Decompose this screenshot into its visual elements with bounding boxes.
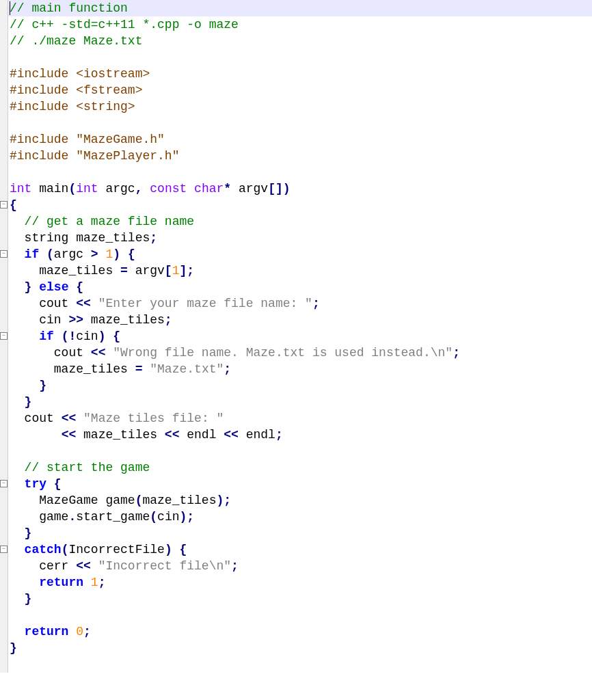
- code-editor[interactable]: // main function// c++ -std=c++11 *.cpp …: [8, 0, 592, 673]
- token-ident: [39, 247, 46, 261]
- code-line[interactable]: << maze_tiles << endl << endl;: [8, 427, 592, 443]
- token-keyword: catch: [25, 543, 62, 556]
- token-op: ): [98, 329, 106, 343]
- token-ident: [10, 461, 25, 474]
- code-line[interactable]: cout << "Maze tiles file: ": [8, 410, 592, 427]
- token-ident: cout: [10, 346, 91, 360]
- code-line[interactable]: }: [8, 394, 592, 410]
- code-line[interactable]: [8, 49, 592, 66]
- token-keyword: return: [25, 625, 69, 638]
- token-op: {: [113, 329, 120, 343]
- code-line[interactable]: }: [8, 525, 592, 541]
- code-line[interactable]: [8, 656, 592, 673]
- code-line[interactable]: return 0;: [8, 623, 592, 640]
- token-ident: [76, 412, 83, 425]
- fold-toggle-icon[interactable]: −: [0, 201, 8, 208]
- code-line[interactable]: [8, 164, 592, 180]
- code-line[interactable]: #include <string>: [8, 98, 592, 115]
- token-ident: cin: [157, 510, 179, 524]
- code-line[interactable]: maze_tiles = "Maze.txt";: [8, 361, 592, 377]
- token-ident: cout: [10, 412, 62, 425]
- code-line[interactable]: catch(IncorrectFile) {: [8, 541, 592, 558]
- code-line[interactable]: #include "MazeGame.h": [8, 131, 592, 148]
- code-line[interactable]: string maze_tiles;: [8, 230, 592, 246]
- token-preproc: #include <iostream>: [10, 67, 150, 81]
- code-line[interactable]: }: [8, 640, 592, 656]
- token-ident: maze_tiles: [10, 362, 135, 376]
- token-op: ;: [231, 559, 239, 573]
- token-ident: [105, 346, 113, 360]
- token-op: {: [10, 198, 17, 212]
- code-line[interactable]: } else {: [8, 279, 592, 295]
- token-op: {: [128, 247, 135, 261]
- token-preproc: #include "MazePlayer.h": [10, 149, 179, 163]
- code-line[interactable]: // get a maze file name: [8, 213, 592, 230]
- token-ident: maze_tiles: [10, 264, 120, 278]
- code-line[interactable]: cin >> maze_tiles;: [8, 312, 592, 328]
- fold-toggle-icon[interactable]: −: [0, 250, 8, 258]
- code-line[interactable]: #include <fstream>: [8, 82, 592, 98]
- token-ident: [142, 182, 150, 196]
- token-ident: endl: [179, 428, 224, 442]
- code-line[interactable]: }: [8, 591, 592, 607]
- fold-toggle-icon[interactable]: −: [0, 546, 8, 553]
- code-line[interactable]: maze_tiles = argv[1];: [8, 262, 592, 279]
- token-op: ): [165, 543, 172, 556]
- code-line[interactable]: try {: [8, 476, 592, 492]
- code-line[interactable]: game.start_game(cin);: [8, 509, 592, 525]
- code-line[interactable]: // ./maze Maze.txt: [8, 33, 592, 49]
- token-ident: endl: [239, 428, 275, 442]
- token-op: ;: [453, 346, 460, 360]
- code-line[interactable]: // c++ -std=c++11 *.cpp -o maze: [8, 16, 592, 33]
- token-ident: [120, 247, 128, 261]
- code-line[interactable]: #include <iostream>: [8, 66, 592, 82]
- token-ident: [91, 559, 98, 573]
- token-op: ;: [83, 625, 91, 638]
- token-ident: [105, 329, 113, 343]
- token-op: }: [25, 280, 32, 294]
- token-ident: [10, 526, 25, 540]
- code-line[interactable]: // start the game: [8, 459, 592, 476]
- token-op: >>: [68, 313, 83, 327]
- code-line[interactable]: [8, 115, 592, 131]
- token-op: ,: [135, 182, 143, 196]
- code-line[interactable]: [8, 443, 592, 459]
- token-op: (: [150, 510, 157, 524]
- code-line[interactable]: cout << "Enter your maze file name: ";: [8, 295, 592, 312]
- token-op: >: [91, 247, 98, 261]
- fold-gutter: −−−−−: [0, 0, 8, 673]
- code-line[interactable]: }: [8, 377, 592, 394]
- code-line[interactable]: MazeGame game(maze_tiles);: [8, 492, 592, 509]
- code-line[interactable]: if (argc > 1) {: [8, 246, 592, 262]
- token-ident: [68, 280, 76, 294]
- token-op: }: [10, 641, 17, 655]
- code-line[interactable]: cerr << "Incorrect file\n";: [8, 558, 592, 574]
- code-line[interactable]: [8, 607, 592, 623]
- code-line[interactable]: // main function: [8, 0, 592, 16]
- code-line[interactable]: if (!cin) {: [8, 328, 592, 345]
- token-ident: [91, 297, 98, 310]
- token-comment: // c++ -std=c++11 *.cpp -o maze: [10, 18, 239, 31]
- code-line[interactable]: cout << "Wrong file name. Maze.txt is us…: [8, 345, 592, 361]
- token-op: []): [268, 182, 290, 196]
- token-ident: cerr: [10, 559, 76, 573]
- token-ident: maze_tiles: [83, 313, 165, 327]
- token-ident: MazeGame game: [10, 494, 135, 507]
- token-op: );: [216, 494, 231, 507]
- token-ident: [10, 428, 62, 442]
- code-line[interactable]: return 1;: [8, 574, 592, 591]
- token-ident: main: [31, 182, 68, 196]
- token-type: char: [194, 182, 224, 196]
- fold-toggle-icon[interactable]: −: [0, 332, 8, 340]
- token-op: ;: [224, 362, 231, 376]
- token-op: (: [46, 247, 54, 261]
- code-line[interactable]: int main(int argc, const char* argv[]): [8, 180, 592, 197]
- code-line[interactable]: #include "MazePlayer.h": [8, 148, 592, 164]
- fold-toggle-icon[interactable]: −: [0, 480, 8, 487]
- token-ident: [10, 625, 25, 638]
- token-op: ;: [165, 313, 172, 327]
- code-line[interactable]: {: [8, 197, 592, 213]
- token-op: }: [25, 526, 32, 540]
- token-string: "Enter your maze file name: ": [98, 297, 312, 310]
- token-op: <<: [62, 428, 77, 442]
